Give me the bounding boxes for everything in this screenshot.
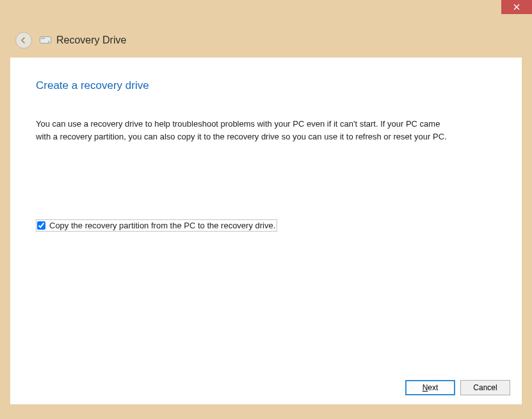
window-title: Recovery Drive (56, 35, 126, 46)
close-icon (513, 4, 520, 10)
window-frame: Recovery Drive Create a recovery drive Y… (0, 0, 532, 419)
close-button[interactable] (501, 0, 532, 14)
copy-partition-label[interactable]: Copy the recovery partition from the PC … (49, 221, 275, 230)
header-bar: Recovery Drive (0, 0, 532, 58)
cancel-button[interactable]: Cancel (460, 380, 510, 395)
copy-partition-checkbox[interactable] (37, 221, 45, 230)
svg-rect-3 (41, 38, 45, 39)
svg-point-4 (48, 41, 49, 42)
footer-buttons: Next Cancel (405, 380, 510, 395)
drive-icon (40, 36, 51, 45)
page-description: You can use a recovery drive to help tro… (36, 118, 452, 143)
content-panel: Create a recovery drive You can use a re… (10, 58, 522, 404)
next-rest: ext (428, 383, 438, 392)
back-arrow-icon (19, 36, 28, 45)
copy-partition-row[interactable]: Copy the recovery partition from the PC … (36, 219, 277, 232)
back-button[interactable] (15, 32, 32, 49)
next-button[interactable]: Next (405, 380, 455, 395)
page-heading: Create a recovery drive (36, 79, 496, 92)
